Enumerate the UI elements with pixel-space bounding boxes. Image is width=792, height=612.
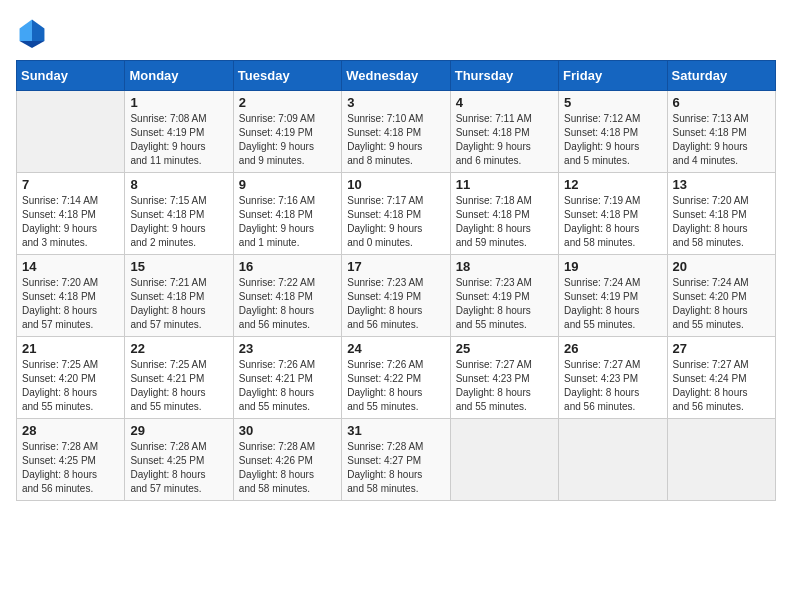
calendar-cell: 13Sunrise: 7:20 AM Sunset: 4:18 PM Dayli… xyxy=(667,173,775,255)
day-number: 8 xyxy=(130,177,227,192)
calendar-cell: 30Sunrise: 7:28 AM Sunset: 4:26 PM Dayli… xyxy=(233,419,341,501)
day-number: 29 xyxy=(130,423,227,438)
day-number: 24 xyxy=(347,341,444,356)
day-info: Sunrise: 7:25 AM Sunset: 4:20 PM Dayligh… xyxy=(22,358,119,414)
day-info: Sunrise: 7:28 AM Sunset: 4:25 PM Dayligh… xyxy=(22,440,119,496)
page-header xyxy=(16,16,776,48)
calendar-body: 1Sunrise: 7:08 AM Sunset: 4:19 PM Daylig… xyxy=(17,91,776,501)
day-number: 15 xyxy=(130,259,227,274)
day-info: Sunrise: 7:24 AM Sunset: 4:19 PM Dayligh… xyxy=(564,276,661,332)
day-number: 2 xyxy=(239,95,336,110)
day-info: Sunrise: 7:21 AM Sunset: 4:18 PM Dayligh… xyxy=(130,276,227,332)
day-number: 1 xyxy=(130,95,227,110)
day-info: Sunrise: 7:22 AM Sunset: 4:18 PM Dayligh… xyxy=(239,276,336,332)
day-number: 18 xyxy=(456,259,553,274)
calendar-week-row: 14Sunrise: 7:20 AM Sunset: 4:18 PM Dayli… xyxy=(17,255,776,337)
weekday-header: Sunday xyxy=(17,61,125,91)
calendar-cell: 9Sunrise: 7:16 AM Sunset: 4:18 PM Daylig… xyxy=(233,173,341,255)
weekday-header: Monday xyxy=(125,61,233,91)
calendar-cell: 12Sunrise: 7:19 AM Sunset: 4:18 PM Dayli… xyxy=(559,173,667,255)
day-info: Sunrise: 7:23 AM Sunset: 4:19 PM Dayligh… xyxy=(456,276,553,332)
day-info: Sunrise: 7:13 AM Sunset: 4:18 PM Dayligh… xyxy=(673,112,770,168)
calendar-week-row: 7Sunrise: 7:14 AM Sunset: 4:18 PM Daylig… xyxy=(17,173,776,255)
day-number: 30 xyxy=(239,423,336,438)
calendar-table: SundayMondayTuesdayWednesdayThursdayFrid… xyxy=(16,60,776,501)
calendar-cell: 15Sunrise: 7:21 AM Sunset: 4:18 PM Dayli… xyxy=(125,255,233,337)
calendar-cell: 14Sunrise: 7:20 AM Sunset: 4:18 PM Dayli… xyxy=(17,255,125,337)
day-number: 16 xyxy=(239,259,336,274)
day-info: Sunrise: 7:25 AM Sunset: 4:21 PM Dayligh… xyxy=(130,358,227,414)
day-info: Sunrise: 7:14 AM Sunset: 4:18 PM Dayligh… xyxy=(22,194,119,250)
day-info: Sunrise: 7:26 AM Sunset: 4:22 PM Dayligh… xyxy=(347,358,444,414)
day-info: Sunrise: 7:10 AM Sunset: 4:18 PM Dayligh… xyxy=(347,112,444,168)
day-number: 6 xyxy=(673,95,770,110)
calendar-cell: 25Sunrise: 7:27 AM Sunset: 4:23 PM Dayli… xyxy=(450,337,558,419)
calendar-cell: 6Sunrise: 7:13 AM Sunset: 4:18 PM Daylig… xyxy=(667,91,775,173)
calendar-cell: 17Sunrise: 7:23 AM Sunset: 4:19 PM Dayli… xyxy=(342,255,450,337)
day-number: 12 xyxy=(564,177,661,192)
day-info: Sunrise: 7:27 AM Sunset: 4:23 PM Dayligh… xyxy=(564,358,661,414)
day-info: Sunrise: 7:08 AM Sunset: 4:19 PM Dayligh… xyxy=(130,112,227,168)
day-info: Sunrise: 7:11 AM Sunset: 4:18 PM Dayligh… xyxy=(456,112,553,168)
day-info: Sunrise: 7:27 AM Sunset: 4:23 PM Dayligh… xyxy=(456,358,553,414)
day-info: Sunrise: 7:20 AM Sunset: 4:18 PM Dayligh… xyxy=(22,276,119,332)
day-number: 19 xyxy=(564,259,661,274)
weekday-header: Saturday xyxy=(667,61,775,91)
day-info: Sunrise: 7:28 AM Sunset: 4:26 PM Dayligh… xyxy=(239,440,336,496)
day-number: 21 xyxy=(22,341,119,356)
calendar-cell: 27Sunrise: 7:27 AM Sunset: 4:24 PM Dayli… xyxy=(667,337,775,419)
day-number: 23 xyxy=(239,341,336,356)
calendar-cell: 28Sunrise: 7:28 AM Sunset: 4:25 PM Dayli… xyxy=(17,419,125,501)
day-info: Sunrise: 7:19 AM Sunset: 4:18 PM Dayligh… xyxy=(564,194,661,250)
calendar-cell: 21Sunrise: 7:25 AM Sunset: 4:20 PM Dayli… xyxy=(17,337,125,419)
day-info: Sunrise: 7:09 AM Sunset: 4:19 PM Dayligh… xyxy=(239,112,336,168)
calendar-cell xyxy=(450,419,558,501)
day-info: Sunrise: 7:15 AM Sunset: 4:18 PM Dayligh… xyxy=(130,194,227,250)
day-info: Sunrise: 7:20 AM Sunset: 4:18 PM Dayligh… xyxy=(673,194,770,250)
calendar-cell: 2Sunrise: 7:09 AM Sunset: 4:19 PM Daylig… xyxy=(233,91,341,173)
day-number: 26 xyxy=(564,341,661,356)
logo xyxy=(16,16,52,48)
calendar-cell xyxy=(17,91,125,173)
day-number: 22 xyxy=(130,341,227,356)
day-info: Sunrise: 7:27 AM Sunset: 4:24 PM Dayligh… xyxy=(673,358,770,414)
calendar-cell: 1Sunrise: 7:08 AM Sunset: 4:19 PM Daylig… xyxy=(125,91,233,173)
day-info: Sunrise: 7:26 AM Sunset: 4:21 PM Dayligh… xyxy=(239,358,336,414)
calendar-cell: 18Sunrise: 7:23 AM Sunset: 4:19 PM Dayli… xyxy=(450,255,558,337)
day-number: 14 xyxy=(22,259,119,274)
day-number: 31 xyxy=(347,423,444,438)
calendar-cell: 23Sunrise: 7:26 AM Sunset: 4:21 PM Dayli… xyxy=(233,337,341,419)
calendar-cell: 4Sunrise: 7:11 AM Sunset: 4:18 PM Daylig… xyxy=(450,91,558,173)
day-number: 25 xyxy=(456,341,553,356)
day-number: 28 xyxy=(22,423,119,438)
calendar-cell: 20Sunrise: 7:24 AM Sunset: 4:20 PM Dayli… xyxy=(667,255,775,337)
logo-icon xyxy=(16,16,48,48)
calendar-cell: 19Sunrise: 7:24 AM Sunset: 4:19 PM Dayli… xyxy=(559,255,667,337)
day-info: Sunrise: 7:16 AM Sunset: 4:18 PM Dayligh… xyxy=(239,194,336,250)
day-info: Sunrise: 7:28 AM Sunset: 4:27 PM Dayligh… xyxy=(347,440,444,496)
calendar-cell: 16Sunrise: 7:22 AM Sunset: 4:18 PM Dayli… xyxy=(233,255,341,337)
day-info: Sunrise: 7:24 AM Sunset: 4:20 PM Dayligh… xyxy=(673,276,770,332)
day-number: 9 xyxy=(239,177,336,192)
day-info: Sunrise: 7:28 AM Sunset: 4:25 PM Dayligh… xyxy=(130,440,227,496)
day-info: Sunrise: 7:23 AM Sunset: 4:19 PM Dayligh… xyxy=(347,276,444,332)
calendar-cell: 31Sunrise: 7:28 AM Sunset: 4:27 PM Dayli… xyxy=(342,419,450,501)
calendar-header: SundayMondayTuesdayWednesdayThursdayFrid… xyxy=(17,61,776,91)
calendar-cell: 7Sunrise: 7:14 AM Sunset: 4:18 PM Daylig… xyxy=(17,173,125,255)
calendar-cell: 29Sunrise: 7:28 AM Sunset: 4:25 PM Dayli… xyxy=(125,419,233,501)
day-info: Sunrise: 7:12 AM Sunset: 4:18 PM Dayligh… xyxy=(564,112,661,168)
calendar-week-row: 1Sunrise: 7:08 AM Sunset: 4:19 PM Daylig… xyxy=(17,91,776,173)
day-number: 27 xyxy=(673,341,770,356)
day-number: 7 xyxy=(22,177,119,192)
weekday-header: Wednesday xyxy=(342,61,450,91)
calendar-cell: 22Sunrise: 7:25 AM Sunset: 4:21 PM Dayli… xyxy=(125,337,233,419)
calendar-cell xyxy=(559,419,667,501)
calendar-cell: 3Sunrise: 7:10 AM Sunset: 4:18 PM Daylig… xyxy=(342,91,450,173)
calendar-cell: 10Sunrise: 7:17 AM Sunset: 4:18 PM Dayli… xyxy=(342,173,450,255)
calendar-cell: 8Sunrise: 7:15 AM Sunset: 4:18 PM Daylig… xyxy=(125,173,233,255)
day-number: 3 xyxy=(347,95,444,110)
day-number: 17 xyxy=(347,259,444,274)
day-number: 11 xyxy=(456,177,553,192)
day-info: Sunrise: 7:18 AM Sunset: 4:18 PM Dayligh… xyxy=(456,194,553,250)
calendar-cell: 24Sunrise: 7:26 AM Sunset: 4:22 PM Dayli… xyxy=(342,337,450,419)
